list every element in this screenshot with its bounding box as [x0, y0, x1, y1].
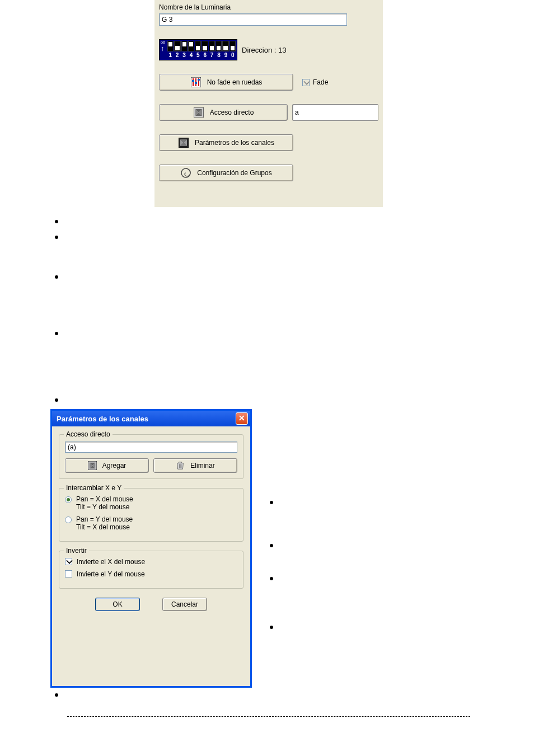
radio1-line1: Pan = X del mouse: [76, 495, 133, 503]
invertir-title: Invertir: [64, 547, 89, 555]
acceso-directo-input[interactable]: [292, 104, 378, 121]
dip-arrow-icon: ↑: [161, 45, 164, 52]
bullet-icon: [55, 220, 58, 223]
shortcut-icon: [193, 107, 204, 118]
dip-num: 4: [188, 52, 194, 59]
cancel-button[interactable]: Cancelar: [162, 598, 207, 611]
agregar-button[interactable]: Agregar: [65, 458, 149, 473]
dip-num: 0: [230, 52, 236, 59]
acceso-directo-label: Acceso directo: [210, 109, 254, 116]
invert-y-label: Invierte el Y del mouse: [77, 570, 145, 578]
acceso-directo-group: Acceso directo Agregar Eliminar: [59, 434, 243, 479]
fade-checkbox[interactable]: [302, 79, 310, 86]
dip-num: 9: [223, 52, 228, 59]
eliminar-label: Eliminar: [190, 462, 214, 469]
dialog-titlebar[interactable]: Parámetros de los canales ✕: [52, 411, 250, 426]
acceso-directo-button[interactable]: Acceso directo: [159, 104, 288, 121]
agregar-label: Agregar: [102, 462, 127, 469]
shortcut-dark-icon: [178, 137, 189, 148]
dip-num: 8: [216, 52, 222, 59]
dip-num: 1: [167, 52, 173, 59]
bullet-icon: [270, 577, 273, 580]
bullet-icon: [270, 544, 273, 547]
bullet-icon: [270, 626, 273, 629]
invert-y-checkbox[interactable]: [65, 570, 72, 577]
dip-num: 2: [174, 52, 180, 59]
acceso-group-title: Acceso directo: [64, 430, 113, 438]
nombre-input[interactable]: [159, 13, 347, 26]
dip-num: 3: [181, 52, 187, 59]
radio2-line1: Pan = Y del mouse: [76, 515, 133, 523]
dip-num: 6: [202, 52, 208, 59]
bullet-icon: [55, 693, 58, 697]
bullet-icon: [55, 236, 58, 239]
no-fade-button[interactable]: No fade en ruedas: [159, 74, 293, 91]
invert-x-label: Invierte el X del mouse: [77, 558, 145, 566]
config-grupos-button[interactable]: Configuración de Grupos: [159, 165, 293, 181]
luminaria-panel: Nombre de la Luminaria on ↑: [154, 0, 383, 207]
direccion-label: Direccion : 13: [242, 46, 286, 54]
trash-icon: [176, 461, 185, 470]
dip-switch[interactable]: on ↑ 1 2 3: [159, 39, 237, 60]
close-button[interactable]: ✕: [236, 412, 248, 425]
page-divider: [67, 716, 470, 717]
dip-num: 7: [209, 52, 214, 59]
invert-x-checkbox[interactable]: [65, 558, 72, 565]
invertir-group: Invertir Invierte el X del mouse Inviert…: [59, 551, 243, 589]
acceso-directo-field[interactable]: [65, 442, 237, 453]
fade-label: Fade: [313, 78, 328, 86]
spiral-icon: [180, 167, 191, 179]
no-fade-label: No fade en ruedas: [207, 78, 263, 86]
svg-rect-4: [192, 80, 194, 82]
svg-rect-6: [198, 79, 200, 81]
parametros-dialog: Parámetros de los canales ✕ Acceso direc…: [50, 409, 252, 688]
dip-on-label: on: [161, 40, 165, 45]
dialog-title: Parámetros de los canales: [57, 415, 148, 423]
close-icon: ✕: [238, 414, 245, 422]
parametros-canales-button[interactable]: Parámetros de los canales: [159, 134, 293, 151]
bullet-icon: [270, 501, 273, 504]
svg-rect-5: [195, 82, 197, 84]
bullet-icon: [55, 332, 58, 335]
bullet-icon: [55, 398, 58, 402]
ok-button[interactable]: OK: [95, 598, 140, 611]
pan-y-radio[interactable]: [65, 516, 72, 523]
grupos-label: Configuración de Grupos: [197, 169, 271, 177]
bullet-icon: [55, 275, 58, 279]
fader-icon: [190, 77, 202, 88]
dip-num: 5: [195, 52, 201, 59]
radio1-line2: Tilt = Y del mouse: [76, 503, 133, 511]
parametros-label: Parámetros de los canales: [195, 139, 274, 147]
intercambiar-title: Intercambiar X e Y: [64, 484, 124, 492]
pan-x-radio[interactable]: [65, 496, 72, 503]
eliminar-button[interactable]: Eliminar: [153, 458, 237, 473]
shortcut-icon: [88, 461, 97, 470]
intercambiar-group: Intercambiar X e Y Pan = X del mouse Til…: [59, 488, 243, 542]
radio2-line2: Tilt = X del mouse: [76, 523, 133, 531]
nombre-label: Nombre de la Luminaria: [159, 3, 378, 11]
